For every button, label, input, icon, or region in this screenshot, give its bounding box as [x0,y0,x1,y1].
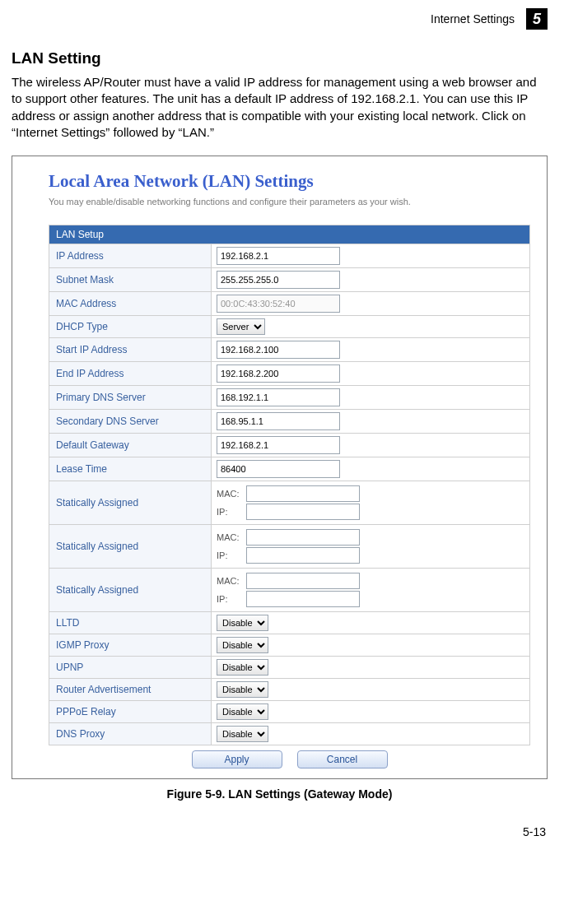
input-ip-address[interactable] [217,247,340,265]
static1-ip-label: IP: [217,507,243,517]
label-upnp: UPNP [49,657,212,679]
panel-title: Local Area Network (LAN) Settings [49,171,530,192]
label-gateway: Default Gateway [49,434,212,457]
label-ip-address: IP Address [49,244,212,268]
static1-mac-label: MAC: [217,489,243,499]
intro-text: The wireless AP/Router must have a valid… [12,74,548,141]
label-end-ip: End IP Address [49,362,212,386]
label-igmp: IGMP Proxy [49,634,212,657]
static1-ip-input[interactable] [246,504,360,520]
static2-ip-label: IP: [217,550,243,560]
table-header: LAN Setup [49,225,530,244]
label-lltd: LLTD [49,612,212,634]
input-start-ip[interactable] [217,341,340,359]
input-lease[interactable] [217,460,340,478]
label-dnsproxy: DNS Proxy [49,723,212,745]
label-static-3: Statically Assigned [49,569,212,612]
input-end-ip[interactable] [217,364,340,383]
figure-caption: Figure 5-9. LAN Settings (Gateway Mode) [12,787,548,801]
static2-ip-input[interactable] [246,547,360,564]
select-upnp[interactable]: Disable [217,659,268,676]
static3-ip-input[interactable] [246,591,360,607]
lan-setup-table: LAN Setup IP Address Subnet Mask MAC Add… [49,225,530,745]
select-pppoe[interactable]: Disable [217,703,268,720]
label-start-ip: Start IP Address [49,338,212,362]
figure-frame: Local Area Network (LAN) Settings You ma… [12,156,548,779]
label-primary-dns: Primary DNS Server [49,386,212,410]
static3-mac-input[interactable] [246,573,360,589]
label-lease: Lease Time [49,457,212,481]
panel-subtitle: You may enable/disable networking functi… [49,197,530,207]
input-primary-dns[interactable] [217,388,340,406]
static3-mac-label: MAC: [217,576,243,586]
select-dnsproxy[interactable]: Disable [217,726,268,742]
input-subnet-mask[interactable] [217,271,340,289]
heading-lan-setting: LAN Setting [12,49,548,67]
section-title: Internet Settings [431,12,515,26]
chapter-number-box: 5 [526,8,548,30]
select-dhcp-type[interactable]: Server [217,318,265,335]
page-header: Internet Settings 5 [12,8,548,33]
label-mac-address: MAC Address [49,292,212,316]
label-static-1: Statically Assigned [49,481,212,525]
chapter-number: 5 [533,11,541,28]
label-subnet-mask: Subnet Mask [49,268,212,292]
cancel-button[interactable]: Cancel [297,750,388,768]
label-static-2: Statically Assigned [49,525,212,569]
input-mac-address [217,295,340,313]
select-lltd[interactable]: Disable [217,615,268,631]
apply-button[interactable]: Apply [192,750,282,768]
static2-mac-label: MAC: [217,532,243,542]
select-igmp[interactable]: Disable [217,637,268,653]
select-radv[interactable]: Disable [217,681,268,698]
input-secondary-dns[interactable] [217,412,340,430]
static3-ip-label: IP: [217,594,243,604]
input-gateway[interactable] [217,436,340,454]
page-number: 5-13 [12,825,548,838]
static2-mac-input[interactable] [246,529,360,546]
label-radv: Router Advertisement [49,679,212,701]
label-secondary-dns: Secondary DNS Server [49,410,212,434]
label-dhcp-type: DHCP Type [49,316,212,338]
static1-mac-input[interactable] [246,485,360,502]
label-pppoe: PPPoE Relay [49,701,212,723]
